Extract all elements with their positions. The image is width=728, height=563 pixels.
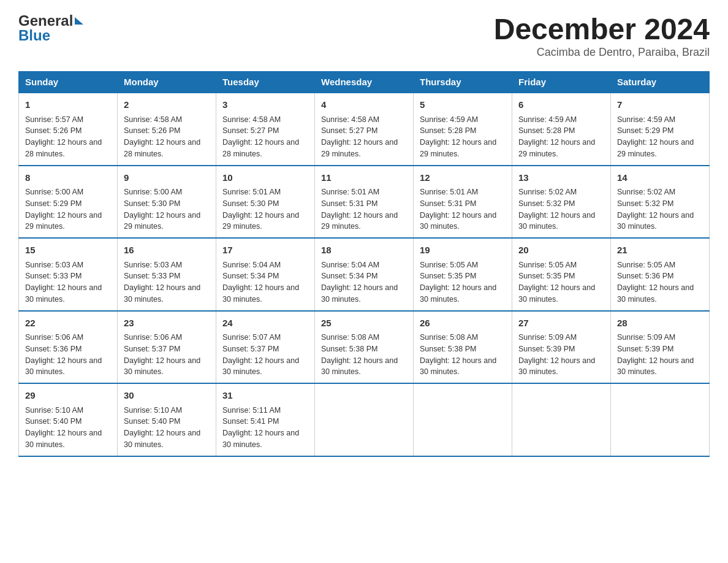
col-thursday: Thursday (414, 72, 512, 93)
daylight-label: Daylight: 12 hours and 30 minutes. (321, 283, 398, 304)
calendar-week-4: 22Sunrise: 5:06 AMSunset: 5:36 PMDayligh… (19, 311, 710, 384)
sunset-label: Sunset: 5:40 PM (124, 417, 180, 426)
daylight-label: Daylight: 12 hours and 30 minutes. (25, 283, 102, 304)
sunrise-label: Sunrise: 5:05 AM (420, 261, 478, 269)
sunrise-label: Sunrise: 5:01 AM (222, 188, 281, 196)
sunrise-label: Sunrise: 5:04 AM (222, 261, 281, 269)
logo: General Blue (18, 12, 83, 44)
sunrise-label: Sunrise: 4:59 AM (617, 115, 675, 124)
calendar-cell: 31Sunrise: 5:11 AMSunset: 5:41 PMDayligh… (216, 383, 315, 456)
calendar-cell: 4Sunrise: 4:58 AMSunset: 5:27 PMDaylight… (315, 93, 414, 166)
day-number: 25 (321, 316, 407, 331)
sunrise-label: Sunrise: 5:00 AM (124, 188, 182, 196)
daylight-label: Daylight: 12 hours and 30 minutes. (518, 211, 595, 231)
sunset-label: Sunset: 5:34 PM (222, 272, 279, 280)
calendar-week-2: 8Sunrise: 5:00 AMSunset: 5:29 PMDaylight… (19, 166, 710, 239)
sunset-label: Sunset: 5:30 PM (124, 199, 180, 208)
daylight-label: Daylight: 12 hours and 30 minutes. (25, 429, 102, 449)
daylight-label: Daylight: 12 hours and 30 minutes. (222, 429, 299, 449)
sunset-label: Sunset: 5:32 PM (518, 199, 575, 208)
day-number: 14 (617, 171, 703, 185)
day-number: 17 (222, 243, 308, 258)
calendar-cell (315, 383, 414, 456)
daylight-label: Daylight: 12 hours and 30 minutes. (124, 429, 200, 449)
calendar-cell: 23Sunrise: 5:06 AMSunset: 5:37 PMDayligh… (118, 311, 216, 384)
sunset-label: Sunset: 5:27 PM (321, 126, 377, 135)
day-number: 31 (222, 389, 308, 403)
day-number: 2 (124, 98, 210, 112)
calendar-cell: 1Sunrise: 5:57 AMSunset: 5:26 PMDaylight… (19, 93, 118, 166)
sunset-label: Sunset: 5:27 PM (222, 126, 279, 135)
sunrise-label: Sunrise: 5:05 AM (617, 261, 675, 269)
daylight-label: Daylight: 12 hours and 30 minutes. (420, 356, 496, 377)
calendar-cell: 19Sunrise: 5:05 AMSunset: 5:35 PMDayligh… (414, 238, 512, 311)
sunrise-label: Sunrise: 5:03 AM (124, 261, 182, 269)
sunrise-label: Sunrise: 4:59 AM (420, 115, 478, 124)
sunset-label: Sunset: 5:33 PM (124, 272, 180, 280)
day-number: 3 (222, 98, 308, 112)
calendar-cell: 24Sunrise: 5:07 AMSunset: 5:37 PMDayligh… (216, 311, 315, 384)
day-number: 1 (25, 98, 111, 112)
day-number: 21 (617, 243, 703, 258)
calendar-cell: 11Sunrise: 5:01 AMSunset: 5:31 PMDayligh… (315, 166, 414, 239)
daylight-label: Daylight: 12 hours and 30 minutes. (222, 356, 299, 377)
daylight-label: Daylight: 12 hours and 28 minutes. (124, 138, 200, 158)
daylight-label: Daylight: 12 hours and 30 minutes. (518, 283, 595, 304)
daylight-label: Daylight: 12 hours and 30 minutes. (321, 356, 398, 377)
calendar-cell: 15Sunrise: 5:03 AMSunset: 5:33 PMDayligh… (19, 238, 118, 311)
calendar-cell: 28Sunrise: 5:09 AMSunset: 5:39 PMDayligh… (611, 311, 710, 384)
col-monday: Monday (118, 72, 216, 93)
logo-arrow-icon (75, 17, 83, 25)
calendar-cell: 16Sunrise: 5:03 AMSunset: 5:33 PMDayligh… (118, 238, 216, 311)
col-tuesday: Tuesday (216, 72, 315, 93)
col-sunday: Sunday (19, 72, 118, 93)
day-number: 15 (25, 243, 111, 258)
sunset-label: Sunset: 5:39 PM (518, 345, 575, 353)
day-number: 11 (321, 171, 407, 185)
sunset-label: Sunset: 5:37 PM (222, 345, 279, 353)
daylight-label: Daylight: 12 hours and 30 minutes. (124, 356, 200, 377)
sunset-label: Sunset: 5:35 PM (420, 272, 476, 280)
day-number: 22 (25, 316, 111, 331)
daylight-label: Daylight: 12 hours and 28 minutes. (222, 138, 299, 158)
sunrise-label: Sunrise: 5:01 AM (321, 188, 379, 196)
sunrise-label: Sunrise: 5:02 AM (518, 188, 577, 196)
daylight-label: Daylight: 12 hours and 29 minutes. (222, 211, 299, 231)
calendar-cell: 14Sunrise: 5:02 AMSunset: 5:32 PMDayligh… (611, 166, 710, 239)
calendar-cell: 26Sunrise: 5:08 AMSunset: 5:38 PMDayligh… (414, 311, 512, 384)
sunset-label: Sunset: 5:41 PM (222, 417, 279, 426)
day-number: 16 (124, 243, 210, 258)
day-number: 8 (25, 171, 111, 185)
calendar-cell: 18Sunrise: 5:04 AMSunset: 5:34 PMDayligh… (315, 238, 414, 311)
calendar-week-1: 1Sunrise: 5:57 AMSunset: 5:26 PMDaylight… (19, 93, 710, 166)
calendar-week-3: 15Sunrise: 5:03 AMSunset: 5:33 PMDayligh… (19, 238, 710, 311)
daylight-label: Daylight: 12 hours and 30 minutes. (124, 283, 200, 304)
daylight-label: Daylight: 12 hours and 30 minutes. (617, 283, 694, 304)
sunrise-label: Sunrise: 4:58 AM (124, 115, 182, 124)
sunrise-label: Sunrise: 4:59 AM (518, 115, 577, 124)
sunset-label: Sunset: 5:36 PM (25, 345, 82, 353)
calendar-cell (512, 383, 611, 456)
sunrise-label: Sunrise: 5:02 AM (617, 188, 675, 196)
sunrise-label: Sunrise: 5:11 AM (222, 406, 281, 415)
sunrise-label: Sunrise: 5:09 AM (617, 333, 675, 342)
sunset-label: Sunset: 5:26 PM (124, 126, 180, 135)
sunset-label: Sunset: 5:40 PM (25, 417, 82, 426)
calendar-cell: 29Sunrise: 5:10 AMSunset: 5:40 PMDayligh… (19, 383, 118, 456)
sunrise-label: Sunrise: 5:06 AM (25, 333, 83, 342)
daylight-label: Daylight: 12 hours and 30 minutes. (25, 356, 102, 377)
sunrise-label: Sunrise: 5:10 AM (25, 406, 83, 415)
calendar-cell: 22Sunrise: 5:06 AMSunset: 5:36 PMDayligh… (19, 311, 118, 384)
calendar-cell: 9Sunrise: 5:00 AMSunset: 5:30 PMDaylight… (118, 166, 216, 239)
daylight-label: Daylight: 12 hours and 30 minutes. (420, 211, 496, 231)
calendar-cell: 27Sunrise: 5:09 AMSunset: 5:39 PMDayligh… (512, 311, 611, 384)
sunset-label: Sunset: 5:38 PM (420, 345, 476, 353)
sunrise-label: Sunrise: 5:09 AM (518, 333, 577, 342)
sunrise-label: Sunrise: 5:57 AM (25, 115, 83, 124)
day-number: 29 (25, 389, 111, 403)
sunrise-label: Sunrise: 5:10 AM (124, 406, 182, 415)
logo-blue-text: Blue (18, 27, 83, 44)
sunset-label: Sunset: 5:28 PM (518, 126, 575, 135)
daylight-label: Daylight: 12 hours and 29 minutes. (518, 138, 595, 158)
day-number: 13 (518, 171, 604, 185)
